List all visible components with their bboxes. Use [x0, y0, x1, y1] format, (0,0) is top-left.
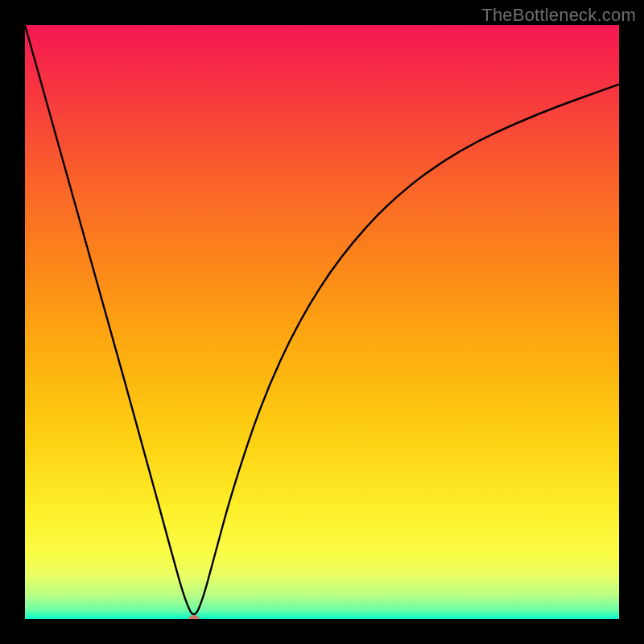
- plot-area: [25, 25, 619, 619]
- bottleneck-curve: [25, 25, 619, 619]
- watermark-text: TheBottleneck.com: [481, 5, 636, 26]
- optimal-point-marker: [188, 615, 200, 619]
